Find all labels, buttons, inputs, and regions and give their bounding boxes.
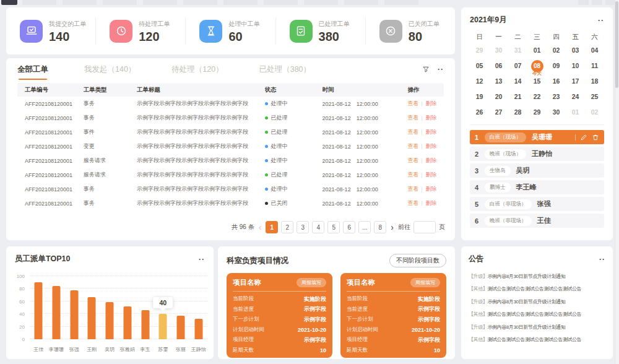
calendar-day[interactable]: 19 [470,89,489,105]
browser-tab[interactable] [1,0,17,5]
calendar-day[interactable]: 17 [566,74,585,89]
shift-row[interactable]: 1白班（现场）吴珊珊 [470,130,604,144]
delete-link[interactable]: 删除 [425,100,436,108]
calendar-day[interactable]: 18 [585,74,604,89]
calendar-day[interactable]: 16 [547,74,566,89]
page-button[interactable]: 4 [312,221,324,233]
shift-row[interactable]: 2晚班（现场）王静怡 [470,147,604,161]
delete-link[interactable]: 删除 [425,142,436,150]
shift-row[interactable]: 6晚班（非现场）王佳 [470,214,604,228]
next-page-button[interactable]: › [389,223,395,232]
delete-link[interactable]: 删除 [425,114,436,122]
announcement-item[interactable]: 【其他】测试公告测试公告测试公告测试公告测试公告 [469,334,605,347]
project-card[interactable]: 项目名称周报填写当前阶段实施阶段当前进度示例字段下一步计划示例字段计划启动时间2… [227,273,332,358]
view-link[interactable]: 查看 [407,100,418,108]
calendar-day[interactable]: 23 [547,89,566,105]
announcement-item[interactable]: 【其他】测试公告测试公告测试公告测试公告测试公告 [469,283,605,296]
bar[interactable] [141,310,149,339]
calendar-day[interactable]: 12 [470,74,489,89]
view-link[interactable]: 查看 [407,157,418,165]
calendar-day[interactable]: 02 [585,105,604,120]
page-button[interactable]: 6 [343,221,355,233]
announcement-item[interactable]: 【升级】示例内容8月30日新节点升级计划通知 [469,295,605,308]
chart-more-icon[interactable]: ·· [199,256,205,263]
workorder-tab[interactable]: 待处理（120） [171,64,223,75]
calendar-day[interactable]: 01 [566,105,585,120]
calendar-day[interactable]: 30 [547,105,566,120]
bar[interactable] [194,319,202,339]
bar[interactable] [176,316,184,339]
browser-tab[interactable] [264,0,298,5]
workorder-tab[interactable]: 我发起（140） [84,64,136,75]
shift-row[interactable]: 5白班（非现场）张强 [470,197,604,211]
goto-page-input[interactable] [413,221,436,233]
delete-icon[interactable] [592,134,599,141]
announcement-item[interactable]: 【其他】测试公告测试公告测试公告测试公告测试公告 [469,308,605,321]
calendar-day[interactable]: 10 [566,58,585,74]
delete-link[interactable]: 删除 [425,199,436,207]
project-card[interactable]: 项目名称周报填写当前阶段实施阶段当前进度示例字段下一步计划示例字段计划启动时间2… [340,273,446,358]
browser-tab[interactable] [304,0,338,5]
edit-icon[interactable] [580,134,587,141]
page-ellipsis[interactable]: ... [358,221,371,233]
browser-tab[interactable] [143,0,177,5]
announcement-item[interactable]: 【升级】示例内容8月30日新节点升级计划通知 [469,270,605,283]
bar[interactable] [35,282,43,339]
calendar-day[interactable]: 09 [547,58,566,74]
bar[interactable] [88,297,96,339]
browser-control[interactable] [592,0,602,5]
view-link[interactable]: 查看 [407,199,418,207]
page-button[interactable]: 1 [266,221,278,233]
calendar-day[interactable]: 15 [527,74,547,89]
scrollbar[interactable] [615,0,619,364]
workorder-tab[interactable]: 全部工单 [17,64,48,75]
bar[interactable] [70,290,78,339]
delete-link[interactable]: 删除 [425,157,436,165]
page-button[interactable]: 5 [327,221,340,233]
browser-tab[interactable] [22,0,56,5]
shift-row[interactable]: 4鹏博士李王峰 [470,180,604,194]
bar[interactable] [106,302,114,339]
view-link[interactable]: 查看 [407,142,418,150]
calendar-day[interactable]: 26 [470,105,489,120]
bar[interactable] [159,314,167,339]
browser-tab[interactable] [103,0,137,5]
calendar-day[interactable]: 28 [508,105,527,120]
calendar-day[interactable]: 01 [527,43,547,58]
calendar-day[interactable]: 03 [566,43,585,58]
delete-link[interactable]: 删除 [425,128,436,136]
announcement-item[interactable]: 【升级】示例内容8月30日新节点升级计划通知 [469,321,605,334]
calendar-day[interactable]: 14 [508,74,527,89]
calendar-day[interactable]: 13 [489,74,508,89]
calendar-day[interactable]: 21 [508,89,527,105]
calendar-day[interactable]: 30 [489,43,508,58]
calendar-day[interactable]: 08今天 [527,58,547,74]
prev-page-button[interactable]: ‹ [258,223,263,232]
calendar-day[interactable]: 29 [470,43,489,58]
calendar-day[interactable]: 31 [508,43,527,58]
browser-tab[interactable] [183,0,217,5]
browser-tab[interactable] [223,0,258,5]
browser-control[interactable] [578,0,589,5]
calendar-more-icon[interactable]: ·· [598,17,604,24]
more-icon[interactable]: ·· [438,66,444,73]
calendar-day[interactable]: 05 [470,58,489,74]
filter-icon[interactable] [422,66,430,73]
stage-count-button[interactable]: 不同阶段项目数 [389,254,446,267]
calendar-day[interactable]: 02 [547,43,566,58]
page-button[interactable]: 3 [297,221,309,233]
bar[interactable] [123,306,131,339]
view-link[interactable]: 查看 [407,185,418,193]
view-link[interactable]: 查看 [407,128,418,136]
page-button[interactable]: 8 [374,221,386,233]
browser-tab[interactable] [63,0,97,5]
workorder-tab[interactable]: 已处理（380） [259,64,311,75]
calendar-day[interactable]: 25 [585,89,604,105]
page-button[interactable]: 2 [281,221,293,233]
view-link[interactable]: 查看 [407,114,418,122]
browser-tab[interactable] [344,0,378,5]
delete-link[interactable]: 删除 [425,171,436,179]
calendar-day[interactable]: 07 [508,58,527,74]
calendar-day[interactable]: 24 [566,89,585,105]
calendar-day[interactable]: 06 [489,58,508,74]
